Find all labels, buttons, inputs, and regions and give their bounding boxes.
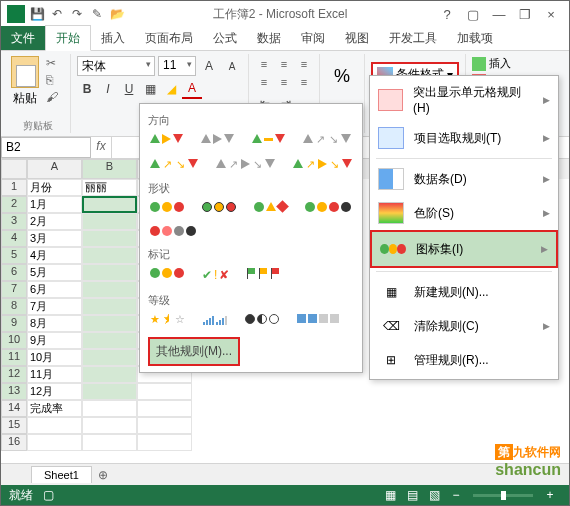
iconset-3triangles[interactable] <box>250 132 287 147</box>
iconset-3symbols-circled[interactable] <box>148 266 186 284</box>
iconset-5quarters[interactable] <box>243 312 281 327</box>
cf-icon-sets[interactable]: 图标集(I) ▶ <box>370 230 558 268</box>
iconset-4trafficlights[interactable] <box>303 200 353 214</box>
cf-data-bars[interactable]: 数据条(D) ▶ <box>370 162 558 196</box>
cell[interactable] <box>82 247 137 264</box>
cell[interactable]: 1月 <box>27 196 82 213</box>
align-left[interactable]: ≡ <box>255 74 273 90</box>
row-header[interactable]: 6 <box>1 264 27 281</box>
iconset-5bars[interactable] <box>201 312 229 327</box>
help-button[interactable]: ? <box>435 5 459 23</box>
more-rules-button[interactable]: 其他规则(M)... <box>148 337 240 366</box>
col-header-a[interactable]: A <box>27 159 82 179</box>
cell[interactable]: 4月 <box>27 247 82 264</box>
fill-color-button[interactable]: ◢ <box>161 79 181 99</box>
paste-button[interactable]: 粘贴 <box>11 56 39 119</box>
qat-new[interactable]: ✎ <box>89 6 105 22</box>
cell[interactable]: 11月 <box>27 366 82 383</box>
tab-review[interactable]: 审阅 <box>291 26 335 50</box>
zoom-in-button[interactable]: + <box>540 487 560 503</box>
underline-button[interactable]: U <box>119 79 139 99</box>
iconset-3trafficlights-rimmed[interactable] <box>200 200 238 214</box>
normal-view-button[interactable]: ▦ <box>380 487 400 503</box>
cell[interactable] <box>27 417 82 434</box>
iconset-3arrows-gray[interactable] <box>199 132 236 147</box>
new-sheet-button[interactable]: ⊕ <box>98 468 108 482</box>
cell[interactable] <box>137 383 192 400</box>
row-header[interactable]: 10 <box>1 332 27 349</box>
select-all-corner[interactable] <box>1 159 27 179</box>
iconset-4arrows-gray[interactable]: ↗↘ <box>301 132 353 147</box>
increase-font-button[interactable]: A <box>199 56 219 76</box>
cell[interactable]: 7月 <box>27 298 82 315</box>
iconset-3arrows-color[interactable] <box>148 132 185 147</box>
font-color-button[interactable]: A <box>182 79 202 99</box>
cell[interactable] <box>27 434 82 451</box>
qat-open[interactable]: 📂 <box>109 6 125 22</box>
close-button[interactable]: × <box>539 5 563 23</box>
iconset-5arrows-gray[interactable]: ↗↘ <box>214 157 277 172</box>
number-format-button[interactable]: % <box>326 56 358 96</box>
row-header[interactable]: 1 <box>1 179 27 196</box>
row-header[interactable]: 5 <box>1 247 27 264</box>
cell[interactable] <box>82 213 137 230</box>
cell[interactable]: 5月 <box>27 264 82 281</box>
row-header[interactable]: 4 <box>1 230 27 247</box>
cell[interactable] <box>82 366 137 383</box>
cell[interactable] <box>82 230 137 247</box>
align-middle[interactable]: ≡ <box>275 56 293 72</box>
row-header[interactable]: 14 <box>1 400 27 417</box>
cf-manage-rules[interactable]: ⊞ 管理规则(R)... <box>370 343 558 377</box>
page-break-view-button[interactable]: ▧ <box>424 487 444 503</box>
row-header[interactable]: 16 <box>1 434 27 451</box>
ribbon-collapse-button[interactable]: ▢ <box>461 5 485 23</box>
cell[interactable] <box>82 383 137 400</box>
tab-layout[interactable]: 页面布局 <box>135 26 203 50</box>
cf-top-rules[interactable]: 项目选取规则(T) ▶ <box>370 121 558 155</box>
cell[interactable]: 12月 <box>27 383 82 400</box>
tab-developer[interactable]: 开发工具 <box>379 26 447 50</box>
row-header[interactable]: 8 <box>1 298 27 315</box>
row-header[interactable]: 13 <box>1 383 27 400</box>
cf-highlight-rules[interactable]: 突出显示单元格规则(H) ▶ <box>370 78 558 121</box>
cell[interactable] <box>82 434 137 451</box>
insert-cells-button[interactable]: 插入 <box>472 56 511 71</box>
cell[interactable] <box>82 298 137 315</box>
fx-button[interactable]: fx <box>91 137 111 158</box>
cf-clear-rules[interactable]: ⌫ 清除规则(C) ▶ <box>370 309 558 343</box>
cell[interactable] <box>82 281 137 298</box>
align-right[interactable]: ≡ <box>295 74 313 90</box>
tab-insert[interactable]: 插入 <box>91 26 135 50</box>
cell[interactable]: 10月 <box>27 349 82 366</box>
restore-button[interactable]: ❐ <box>513 5 537 23</box>
copy-button[interactable]: ⎘ <box>46 73 64 87</box>
cut-button[interactable]: ✂ <box>46 56 64 70</box>
row-header[interactable]: 7 <box>1 281 27 298</box>
cell[interactable]: 完成率 <box>27 400 82 417</box>
qat-redo[interactable]: ↷ <box>69 6 85 22</box>
tab-file[interactable]: 文件 <box>1 26 45 50</box>
cell[interactable] <box>137 400 192 417</box>
iconset-3stars[interactable]: ★⯨☆ <box>148 312 187 327</box>
cell[interactable]: 6月 <box>27 281 82 298</box>
cell[interactable] <box>82 196 137 213</box>
tab-formulas[interactable]: 公式 <box>203 26 247 50</box>
align-bottom[interactable]: ≡ <box>295 56 313 72</box>
iconset-3signs[interactable] <box>252 200 289 214</box>
cf-new-rule[interactable]: ▦ 新建规则(N)... <box>370 275 558 309</box>
col-header-b[interactable]: B <box>82 159 137 179</box>
cell[interactable]: 9月 <box>27 332 82 349</box>
minimize-button[interactable]: — <box>487 5 511 23</box>
iconset-4arrows-color[interactable]: ↗↘ <box>148 157 200 172</box>
cell[interactable]: 3月 <box>27 230 82 247</box>
cell[interactable] <box>137 417 192 434</box>
cell[interactable]: 月份 <box>27 179 82 196</box>
cf-color-scales[interactable]: 色阶(S) ▶ <box>370 196 558 230</box>
cell[interactable] <box>82 400 137 417</box>
align-top[interactable]: ≡ <box>255 56 273 72</box>
sheet-tab-1[interactable]: Sheet1 <box>31 466 92 483</box>
iconset-3flags[interactable] <box>245 266 283 284</box>
tab-addin[interactable]: 加载项 <box>447 26 503 50</box>
iconset-3trafficlights-unrimmed[interactable] <box>148 200 186 214</box>
cell[interactable] <box>82 332 137 349</box>
